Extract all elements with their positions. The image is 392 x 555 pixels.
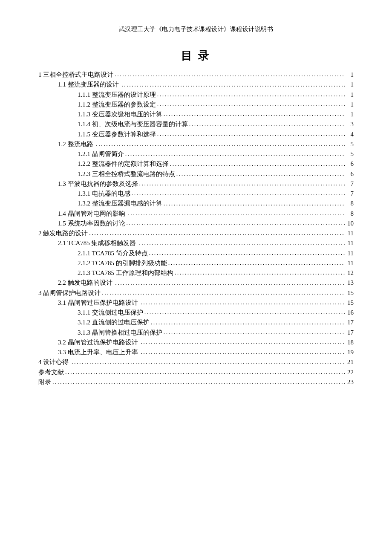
toc-leader-dots [168, 260, 345, 265]
toc-entry-page: 4 [346, 130, 354, 139]
toc-leader-dots [102, 290, 345, 295]
toc-entry-label: 1 三相全控桥式主电路设计 [38, 70, 113, 80]
toc-leader-dots [96, 141, 345, 146]
toc-leader-dots [128, 211, 345, 216]
toc-row: 2 触发电路的设计11 [38, 228, 354, 238]
toc-row: 2.1 TCA785 集成移相触发器 11 [38, 238, 354, 248]
toc-leader-dots [125, 151, 345, 156]
toc-entry-page: 5 [346, 149, 354, 159]
toc-leader-dots [141, 339, 345, 344]
toc-leader-dots [52, 379, 345, 384]
toc-row: 1.1 整流变压器的设计 1 [38, 80, 354, 90]
toc-row: 2.1.3 TCA785 工作原理和内部结构12 [38, 268, 354, 278]
toc-row: 1.1.1 整流变压器的设计原理1 [38, 90, 354, 100]
toc-entry-label: 2.1 TCA785 集成移相触发器 [58, 238, 138, 248]
toc-leader-dots [141, 349, 345, 354]
toc-entry-label: 1.2.1 晶闸管简介 [78, 149, 124, 159]
toc-row: 1.3.1 电抗器的电感7 [38, 189, 354, 199]
toc-entry-page: 8 [346, 199, 354, 208]
toc-row: 1.5 系统功率因数的讨论10 [38, 219, 354, 228]
toc-row: 1.1.5 变压器参数计算和选择4 [38, 130, 354, 139]
toc-entry-label: 3.1.1 交流侧过电压保护 [78, 308, 143, 318]
toc-row: 2.1.1 TCA785 简介及特点11 [38, 249, 354, 258]
toc-leader-dots [164, 111, 345, 116]
toc-entry-label: 1.3.1 电抗器的电感 [78, 189, 130, 199]
toc-entry-page: 19 [346, 347, 354, 357]
toc-entry-label: 2.2 触发电路的设计 [58, 278, 114, 288]
toc-row: 3.1 晶闸管过压保护电路设计 15 [38, 298, 354, 308]
toc-entry-label: 2 触发电路的设计 [38, 228, 88, 238]
toc-entry-label: 1.1.2 整流变压器的参数设定 [78, 100, 156, 110]
toc-entry-page: 1 [346, 110, 354, 119]
toc-leader-dots [141, 300, 345, 305]
toc-leader-dots [144, 309, 345, 315]
toc-entry-page: 11 [346, 249, 354, 258]
page-header: 武汉理工大学《电力电子技术课程设计》课程设计说明书 [38, 26, 354, 36]
toc-entry-page: 11 [346, 228, 354, 238]
toc-entry-page: 18 [346, 338, 354, 347]
toc-entry-label: 3.1 晶闸管过压保护电路设计 [58, 298, 139, 308]
toc-entry-page: 16 [346, 308, 354, 318]
toc-row: 2.2 触发电路的设计 13 [38, 278, 354, 288]
toc-leader-dots [164, 330, 345, 335]
toc-row: 2.1.2 TCA785 的引脚排列级功能11 [38, 258, 354, 268]
toc-entry-page: 8 [346, 209, 354, 219]
toc-entry-label: 1.2.2 整流器件的定额计算和选择 [78, 159, 169, 169]
toc-entry-label: 1.2 整流电路 [58, 139, 95, 149]
toc-entry-label: 2.1.3 TCA785 工作原理和内部结构 [78, 268, 173, 278]
toc-leader-dots [164, 200, 345, 205]
toc-entry-page: 21 [346, 357, 354, 367]
toc-leader-dots [115, 280, 345, 285]
toc-row: 1.2.1 晶闸管简介5 [38, 149, 354, 159]
toc-entry-label: 2.1.1 TCA785 简介及特点 [78, 249, 148, 258]
toc-row: 3.2 晶闸管过流保护电路设计 18 [38, 338, 354, 347]
toc-row: 4 设计心得 21 [38, 357, 354, 367]
toc-entry-label: 4 设计心得 [38, 357, 70, 367]
toc-entry-label: 3.2 晶闸管过流保护电路设计 [58, 338, 139, 347]
toc-row: 1.1.4 初、次级电流与变压器容量的计算3 [38, 119, 354, 129]
toc-entry-page: 1 [346, 100, 354, 110]
toc-row: 1.2 整流电路 5 [38, 139, 354, 149]
toc-row: 3.3 电流上升率、电压上升率 19 [38, 347, 354, 357]
toc-entry-page: 13 [346, 278, 354, 288]
toc-leader-dots [89, 230, 345, 235]
toc-leader-dots [72, 359, 345, 364]
toc-row: 1.1.2 整流变压器的参数设定1 [38, 100, 354, 110]
toc-entry-label: 3 晶闸管保护电路设计 [38, 288, 101, 298]
toc-entry-page: 6 [346, 159, 354, 169]
toc-row: 参考文献22 [38, 367, 354, 377]
toc-entry-page: 1 [346, 80, 354, 90]
toc-leader-dots [139, 240, 345, 245]
toc-entry-page: 15 [346, 288, 354, 298]
toc-entry-page: 23 [346, 377, 354, 387]
toc-entry-page: 11 [346, 238, 354, 248]
toc-entry-page: 7 [346, 189, 354, 199]
toc-row: 1.1.3 变压器次级相电压的计算1 [38, 110, 354, 119]
toc-entry-label: 附录 [38, 377, 51, 387]
toc-entry-label: 1.3.2 整流变压器漏电感的计算 [78, 199, 162, 208]
toc-leader-dots [127, 220, 345, 225]
toc-leader-dots [115, 72, 345, 77]
toc-leader-dots [151, 319, 345, 324]
toc-entry-page: 7 [346, 179, 354, 189]
toc-entry-label: 1.3 平波电抗器的参数及选择 [58, 179, 138, 189]
toc-entry-label: 1.1.3 变压器次级相电压的计算 [78, 110, 162, 119]
toc-entry-page: 17 [346, 328, 354, 338]
toc-row: 1.2.3 三相全控桥式整流电路的特点6 [38, 169, 354, 179]
toc-entry-label: 1.1.4 初、次级电流与变压器容量的计算 [78, 119, 188, 129]
toc-leader-dots [175, 270, 345, 275]
toc-leader-dots [149, 250, 345, 255]
toc-entry-page: 1 [346, 70, 354, 80]
toc-row: 1.3 平波电抗器的参数及选择7 [38, 179, 354, 189]
toc-entry-page: 12 [346, 268, 354, 278]
toc-entry-label: 3.1.2 直流侧的过电压保护 [78, 318, 150, 327]
toc-entry-page: 10 [346, 219, 354, 228]
toc-row: 3.1.2 直流侧的过电压保护17 [38, 318, 354, 327]
toc-entry-page: 5 [346, 139, 354, 149]
toc-row: 1.3.2 整流变压器漏电感的计算8 [38, 199, 354, 208]
toc-row: 3 晶闸管保护电路设计15 [38, 288, 354, 298]
toc-entry-page: 17 [346, 318, 354, 327]
toc-entry-label: 2.1.2 TCA785 的引脚排列级功能 [78, 258, 167, 268]
toc-row: 1.2.2 整流器件的定额计算和选择6 [38, 159, 354, 169]
toc-row: 3.1.3 晶闸管换相过电压的保护17 [38, 328, 354, 338]
